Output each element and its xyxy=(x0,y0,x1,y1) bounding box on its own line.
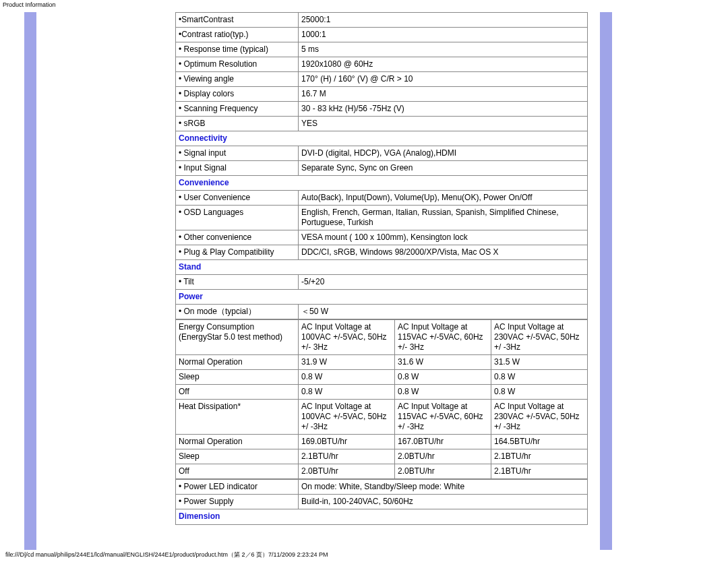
table-row: • Response time (typical)5 ms xyxy=(176,42,588,57)
spec-value: 2.0BTU/hr xyxy=(395,449,491,464)
table-row: Energy Consumption (EnergyStar 5.0 test … xyxy=(176,320,588,355)
section-header-row: Connectivity xyxy=(176,131,588,146)
spec-value: Separate Sync, Sync on Green xyxy=(299,161,588,176)
table-row: Off 2.0BTU/hr 2.0BTU/hr 2.1BTU/hr xyxy=(176,464,588,479)
spec-value: AC Input Voltage at 230VAC +/-5VAC, 50Hz… xyxy=(491,320,588,355)
spec-label: • Tilt xyxy=(176,275,299,290)
spec-label: Sleep xyxy=(176,370,299,385)
table-row: • Input SignalSeparate Sync, Sync on Gre… xyxy=(176,161,588,176)
spec-label: • Other convenience xyxy=(176,230,299,245)
table-row: •Contrast ratio(typ.)1000:1 xyxy=(176,28,588,42)
spec-value: DDC/CI, sRGB, Windows 98/2000/XP/Vista, … xyxy=(299,245,588,260)
table-row: • User ConvenienceAuto(Back), Input(Down… xyxy=(176,191,588,206)
table-row: • Power SupplyBuild-in, 100-240VAC, 50/6… xyxy=(176,495,588,509)
spec-value: 1920x1080 @ 60Hz xyxy=(299,57,588,72)
spec-label: Off xyxy=(176,385,299,400)
spec-value: AC Input Voltage at 230VAC +/-5VAC, 50Hz… xyxy=(491,400,588,435)
spec-value: On mode: White, Standby/Sleep mode: Whit… xyxy=(299,480,588,495)
right-sidebar-stripe xyxy=(600,12,612,550)
spec-label: Normal Operation xyxy=(176,435,299,449)
spec-label: • Scanning Frequency xyxy=(176,102,299,117)
table-row: • Tilt-5/+20 xyxy=(176,275,588,290)
table-row: Off 0.8 W 0.8 W 0.8 W xyxy=(176,385,588,400)
spec-value: ＜50 W xyxy=(299,305,588,319)
spec-value: 0.8 W xyxy=(395,385,491,400)
section-header: Convenience xyxy=(176,176,588,191)
table-row: • Plug & Play CompatibilityDDC/CI, sRGB,… xyxy=(176,245,588,260)
spec-value: AC Input Voltage at 115VAC +/-5VAC, 60Hz… xyxy=(395,320,491,355)
spec-value: 25000:1 xyxy=(299,13,588,28)
spec-label: •SmartContrast xyxy=(176,13,299,28)
spec-value: -5/+20 xyxy=(299,275,588,290)
spec-value: 2.1BTU/hr xyxy=(491,449,588,464)
spec-value: Build-in, 100-240VAC, 50/60Hz xyxy=(299,495,588,509)
table-row: Normal Operation 169.0BTU/hr 167.0BTU/hr… xyxy=(176,435,588,449)
spec-label: • OSD Languages xyxy=(176,206,299,230)
spec-value: 31.6 W xyxy=(395,355,491,370)
spec-value: 0.8 W xyxy=(395,370,491,385)
energy-consumption-table: Energy Consumption (EnergyStar 5.0 test … xyxy=(175,319,588,479)
table-row: Normal Operation 31.9 W 31.6 W 31.5 W xyxy=(176,355,588,370)
spec-label: Normal Operation xyxy=(176,355,299,370)
spec-value: AC Input Voltage at 100VAC +/-5VAC, 50Hz… xyxy=(299,320,395,355)
spec-value: DVI-D (digital, HDCP), VGA (Analog),HDMI xyxy=(299,146,588,161)
spec-value: 0.8 W xyxy=(491,385,588,400)
spec-value: 0.8 W xyxy=(491,370,588,385)
left-sidebar-stripe xyxy=(24,12,36,550)
table-row: Heat Dissipation* AC Input Voltage at 10… xyxy=(176,400,588,435)
section-header: Stand xyxy=(176,260,588,275)
table-row: • OSD LanguagesEnglish, French, German, … xyxy=(176,206,588,230)
spec-value: 30 - 83 kHz (H)/56 -75Hz (V) xyxy=(299,102,588,117)
spec-value: 2.0BTU/hr xyxy=(395,464,491,479)
table-row: • Display colors16.7 M xyxy=(176,87,588,102)
section-header: Power xyxy=(176,290,588,305)
spec-value: 31.9 W xyxy=(299,355,395,370)
table-row: • Optimum Resolution1920x1080 @ 60Hz xyxy=(176,57,588,72)
section-header-row: Convenience xyxy=(176,176,588,191)
table-row: •SmartContrast25000:1 xyxy=(176,13,588,28)
spec-label: Heat Dissipation* xyxy=(176,400,299,435)
spec-label: Energy Consumption (EnergyStar 5.0 test … xyxy=(176,320,299,355)
spec-value: 2.1BTU/hr xyxy=(491,464,588,479)
spec-label: • Signal input xyxy=(176,146,299,161)
spec-label: • User Convenience xyxy=(176,191,299,206)
spec-value: 169.0BTU/hr xyxy=(299,435,395,449)
spec-value: English, French, German, Italian, Russia… xyxy=(299,206,588,230)
table-row: • sRGB YES xyxy=(176,117,588,131)
spec-value: 170° (H) / 160° (V) @ C/R > 10 xyxy=(299,72,588,87)
spec-label: • On mode（typcial） xyxy=(176,305,299,319)
section-header-row: Stand xyxy=(176,260,588,275)
spec-label: • Input Signal xyxy=(176,161,299,176)
spec-value: 0.8 W xyxy=(299,385,395,400)
table-row: • On mode（typcial）＜50 W xyxy=(176,305,588,319)
table-row: • Other convenienceVESA mount ( 100 x 10… xyxy=(176,230,588,245)
spec-value: 0.8 W xyxy=(299,370,395,385)
page-footer: file:///D|/cd manual/philips/244E1/lcd/m… xyxy=(3,549,331,561)
spec-value: 1000:1 xyxy=(299,28,588,42)
spec-value: VESA mount ( 100 x 100mm), Kensington lo… xyxy=(299,230,588,245)
spec-label: • sRGB xyxy=(176,117,299,131)
page-header: Product Information xyxy=(0,0,728,9)
spec-label: Off xyxy=(176,464,299,479)
table-row: • Scanning Frequency30 - 83 kHz (H)/56 -… xyxy=(176,102,588,117)
table-row: • Power LED indicatorOn mode: White, Sta… xyxy=(176,480,588,495)
table-row: • Viewing angle170° (H) / 160° (V) @ C/R… xyxy=(176,72,588,87)
spec-label: • Viewing angle xyxy=(176,72,299,87)
spec-value: 5 ms xyxy=(299,42,588,57)
spec-label: •Contrast ratio(typ.) xyxy=(176,28,299,42)
spec-value: 164.5BTU/hr xyxy=(491,435,588,449)
spec-value: AC Input Voltage at 115VAC +/-5VAC, 60Hz… xyxy=(395,400,491,435)
spec-label: • Display colors xyxy=(176,87,299,102)
spec-value: 167.0BTU/hr xyxy=(395,435,491,449)
spec-value: 31.5 W xyxy=(491,355,588,370)
power-misc-table: • Power LED indicatorOn mode: White, Sta… xyxy=(175,479,588,525)
table-row: Sleep 2.1BTU/hr 2.0BTU/hr 2.1BTU/hr xyxy=(176,449,588,464)
spec-value: 2.0BTU/hr xyxy=(299,464,395,479)
section-header: Connectivity xyxy=(176,131,588,146)
spec-label: Sleep xyxy=(176,449,299,464)
section-header: Dimension xyxy=(176,509,588,525)
spec-label: • Power Supply xyxy=(176,495,299,509)
spec-value: 16.7 M xyxy=(299,87,588,102)
spec-label: • Power LED indicator xyxy=(176,480,299,495)
spec-label: • Response time (typical) xyxy=(176,42,299,57)
